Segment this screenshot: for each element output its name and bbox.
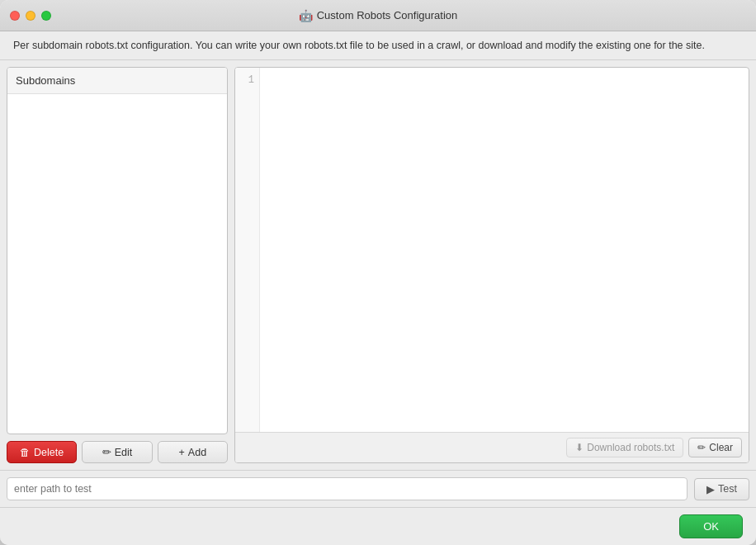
download-button[interactable]: ⬇ Download robots.txt bbox=[566, 438, 683, 457]
test-bar: ▶ Test bbox=[0, 470, 756, 507]
info-text: Per subdomain robots.txt configuration. … bbox=[13, 40, 705, 51]
subdomains-list[interactable] bbox=[7, 94, 227, 434]
editor-area[interactable]: 1 bbox=[235, 68, 749, 432]
maximize-button[interactable] bbox=[41, 11, 51, 21]
clear-icon: ✏ bbox=[697, 442, 706, 453]
add-label: Add bbox=[188, 447, 206, 458]
subdomains-label: Subdomains bbox=[16, 74, 75, 87]
edit-label: Edit bbox=[115, 447, 133, 458]
left-buttons: 🗑 Delete ✏ Edit + Add bbox=[7, 434, 228, 463]
traffic-lights bbox=[10, 11, 51, 21]
title-text: Custom Robots Configuration bbox=[317, 9, 458, 21]
add-button[interactable]: + Add bbox=[158, 441, 228, 463]
plus-icon: + bbox=[179, 447, 185, 458]
clear-label: Clear bbox=[709, 442, 733, 453]
bottom-bar: OK bbox=[0, 507, 756, 545]
main-window: 🤖 Custom Robots Configuration Per subdom… bbox=[0, 0, 756, 545]
download-icon: ⬇ bbox=[575, 442, 584, 453]
play-icon: ▶ bbox=[706, 483, 715, 495]
download-label: Download robots.txt bbox=[587, 442, 674, 453]
left-panel: Subdomains 🗑 Delete ✏ Edit + Add bbox=[7, 67, 228, 463]
ok-button[interactable]: OK bbox=[679, 514, 743, 538]
ok-label: OK bbox=[703, 520, 719, 533]
editor-toolbar: ⬇ Download robots.txt ✏ Clear bbox=[235, 432, 749, 462]
minimize-button[interactable] bbox=[26, 11, 35, 21]
window-title: 🤖 Custom Robots Configuration bbox=[299, 9, 458, 22]
subdomains-header: Subdomains bbox=[7, 68, 227, 94]
close-button[interactable] bbox=[10, 11, 20, 21]
edit-icon: ✏ bbox=[102, 446, 111, 458]
test-label: Test bbox=[718, 483, 737, 495]
edit-button[interactable]: ✏ Edit bbox=[82, 441, 152, 463]
delete-label: Delete bbox=[34, 447, 64, 458]
title-bar: 🤖 Custom Robots Configuration bbox=[0, 0, 756, 31]
main-content: Subdomains 🗑 Delete ✏ Edit + Add bbox=[0, 60, 756, 470]
clear-button[interactable]: ✏ Clear bbox=[688, 438, 742, 457]
editor-textarea[interactable] bbox=[260, 68, 749, 432]
subdomains-box: Subdomains bbox=[7, 67, 228, 434]
line-number-1: 1 bbox=[235, 73, 259, 88]
delete-button[interactable]: 🗑 Delete bbox=[7, 441, 77, 463]
right-panel: 1 ⬇ Download robots.txt ✏ Clear bbox=[234, 67, 749, 463]
info-bar: Per subdomain robots.txt configuration. … bbox=[0, 31, 756, 60]
robot-icon: 🤖 bbox=[299, 9, 313, 22]
test-button[interactable]: ▶ Test bbox=[694, 478, 749, 500]
trash-icon: 🗑 bbox=[20, 447, 31, 458]
test-path-input[interactable] bbox=[7, 477, 687, 500]
line-numbers: 1 bbox=[235, 68, 260, 432]
